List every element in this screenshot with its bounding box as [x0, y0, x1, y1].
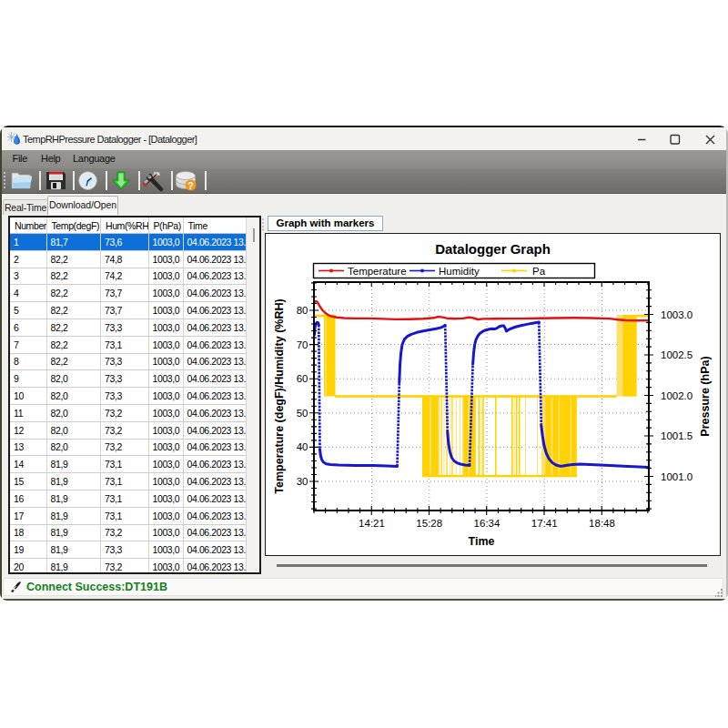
svg-text:30: 30 [297, 476, 308, 487]
svg-text:15:28: 15:28 [416, 518, 442, 529]
svg-text:Pressure (hPa): Pressure (hPa) [699, 356, 712, 436]
svg-text:16:34: 16:34 [474, 518, 500, 529]
svg-text:1001.5: 1001.5 [661, 430, 693, 441]
svg-text:?: ? [187, 180, 193, 191]
svg-text:Temperature: Temperature [348, 266, 407, 277]
svg-text:1002.5: 1002.5 [661, 349, 693, 360]
svg-text:1003.0: 1003.0 [661, 309, 693, 320]
svg-text:18:48: 18:48 [589, 518, 615, 529]
svg-text:Datalogger Graph: Datalogger Graph [435, 241, 551, 257]
svg-text:Humidity: Humidity [439, 266, 480, 277]
svg-text:50: 50 [297, 408, 308, 419]
svg-text:70: 70 [297, 339, 308, 350]
svg-text:60: 60 [297, 373, 308, 384]
svg-text:Pa: Pa [532, 266, 546, 277]
svg-text:Time: Time [469, 535, 495, 548]
svg-text:40: 40 [297, 441, 308, 452]
svg-text:Temperature (degF)/Humidity (%: Temperature (degF)/Humidity (%RH) [273, 298, 286, 493]
svg-text:80: 80 [297, 305, 308, 316]
svg-text:14:21: 14:21 [359, 518, 385, 529]
svg-text:1002.0: 1002.0 [661, 390, 693, 401]
svg-text:1001.0: 1001.0 [661, 471, 693, 482]
svg-text:17:41: 17:41 [531, 518, 558, 529]
